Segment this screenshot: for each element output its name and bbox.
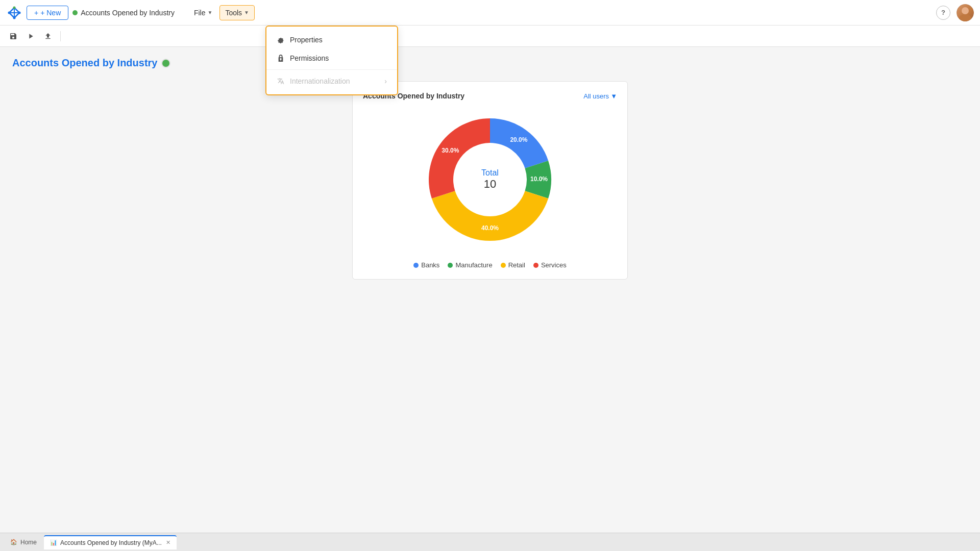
run-button[interactable] xyxy=(23,29,38,43)
svg-point-2 xyxy=(13,16,16,19)
donut-center-label: Total 10 xyxy=(481,168,499,191)
manufacture-legend-dot xyxy=(448,263,453,268)
active-report-name: Accounts Opened by Industry xyxy=(81,9,175,17)
i18n-label: Internationalization xyxy=(290,77,350,85)
banks-pct-label: 20.0% xyxy=(510,136,527,143)
total-label: Total xyxy=(481,168,499,178)
svg-point-1 xyxy=(18,11,21,14)
new-button[interactable]: + + New xyxy=(27,6,68,20)
file-chevron-icon: ▼ xyxy=(208,10,213,15)
i18n-menu-item[interactable]: Internationalization › xyxy=(266,72,397,90)
manufacture-pct-label: 10.0% xyxy=(530,176,548,183)
retail-pct-label: 40.0% xyxy=(481,224,499,232)
filter-chevron-icon: ▼ xyxy=(610,92,617,100)
chart-header: Accounts Opened by Industry All users ▼ xyxy=(363,92,617,100)
page-title-text: Accounts Opened by Industry xyxy=(12,57,157,69)
help-button[interactable]: ? xyxy=(936,6,950,20)
file-menu-label: File xyxy=(194,9,206,17)
tools-menu-label: Tools xyxy=(225,9,242,17)
avatar[interactable] xyxy=(957,4,974,21)
legend-item-manufacture: Manufacture xyxy=(448,261,492,269)
donut-chart: 20.0%10.0%40.0%30.0% Total 10 xyxy=(419,108,561,251)
permissions-label: Permissions xyxy=(290,54,329,62)
save-button[interactable] xyxy=(6,29,20,43)
permissions-menu-item[interactable]: Permissions xyxy=(266,49,397,67)
legend-item-banks: Banks xyxy=(413,261,439,269)
tools-chevron-icon: ▼ xyxy=(244,10,249,15)
donut-container: 20.0%10.0%40.0%30.0% Total 10 Banks Manu… xyxy=(363,108,617,269)
all-users-filter[interactable]: All users ▼ xyxy=(583,92,617,100)
retail-legend-dot xyxy=(501,263,506,268)
total-value: 10 xyxy=(481,178,499,191)
tools-dropdown-menu: Properties Permissions Internationalizat… xyxy=(265,26,398,95)
app-logo[interactable] xyxy=(6,5,22,21)
dropdown-divider xyxy=(266,69,397,70)
banks-legend-dot xyxy=(413,263,419,268)
gear-icon xyxy=(277,36,285,44)
export-button[interactable] xyxy=(41,29,55,43)
filter-label: All users xyxy=(583,92,609,100)
new-button-label: + New xyxy=(40,9,61,17)
status-dot xyxy=(72,10,78,15)
legend-item-retail: Retail xyxy=(501,261,525,269)
banks-legend-label: Banks xyxy=(421,261,439,269)
navbar: + + New Accounts Opened by Industry File… xyxy=(0,0,980,26)
properties-menu-item[interactable]: Properties xyxy=(266,31,397,49)
properties-label: Properties xyxy=(290,36,323,44)
nav-menu: File ▼ Tools ▼ xyxy=(189,5,255,20)
active-report-indicator: Accounts Opened by Industry xyxy=(72,9,175,17)
manufacture-legend-label: Manufacture xyxy=(455,261,492,269)
page-title: Accounts Opened by Industry xyxy=(12,57,968,69)
services-pct-label: 30.0% xyxy=(442,147,459,154)
services-segment xyxy=(429,118,490,198)
plus-icon: + xyxy=(34,9,38,17)
file-menu-item[interactable]: File ▼ xyxy=(189,6,217,20)
svg-point-0 xyxy=(13,6,16,9)
chart-legend: Banks Manufacture Retail Services xyxy=(413,261,567,269)
svg-point-3 xyxy=(8,11,11,14)
page-content: Accounts Opened by Industry Accounts Ope… xyxy=(0,47,980,533)
banks-segment xyxy=(490,118,548,168)
toolbar xyxy=(0,26,980,47)
page-status-dot xyxy=(161,59,170,68)
lock-icon xyxy=(277,54,285,62)
toolbar-divider xyxy=(60,31,61,41)
legend-item-services: Services xyxy=(533,261,567,269)
retail-segment xyxy=(432,191,548,241)
chart-card: Accounts Opened by Industry All users ▼ … xyxy=(352,81,628,280)
translate-icon xyxy=(277,77,285,85)
retail-legend-label: Retail xyxy=(508,261,525,269)
tools-menu-item[interactable]: Tools ▼ xyxy=(219,5,255,20)
i18n-arrow-icon: › xyxy=(384,77,387,85)
services-legend-dot xyxy=(533,263,538,268)
services-legend-label: Services xyxy=(541,261,567,269)
navbar-right: ? xyxy=(936,4,974,21)
avatar-image xyxy=(957,4,974,21)
